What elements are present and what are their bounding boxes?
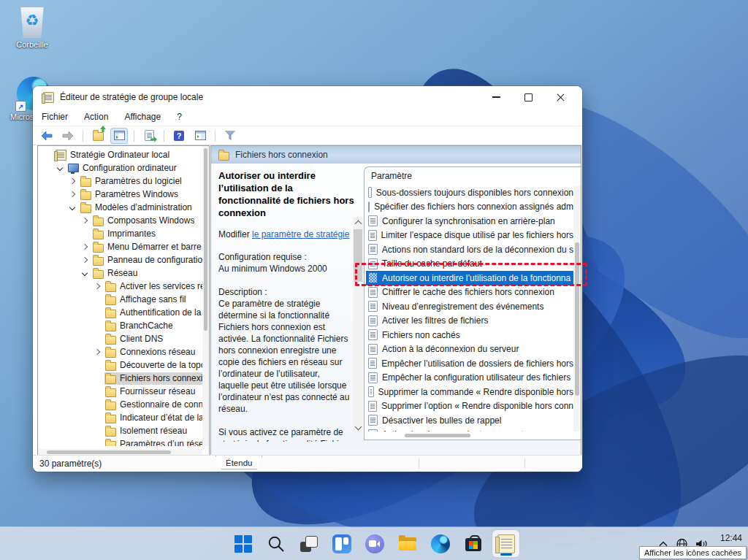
tree-item[interactable]: Configuration ordinateur bbox=[38, 161, 202, 174]
tree-item[interactable]: Gestionnaire de connexions bbox=[38, 398, 202, 411]
tree-item[interactable]: Fichiers hors connexion bbox=[38, 372, 202, 385]
taskbar-button-task-view[interactable] bbox=[295, 530, 322, 557]
taskbar-button-store[interactable] bbox=[459, 530, 486, 557]
setting-page-icon bbox=[368, 202, 370, 212]
forward-button[interactable] bbox=[60, 129, 76, 143]
setting-page-icon bbox=[368, 215, 378, 226]
setting-row[interactable]: Empêcher l’utilisation de dossiers de fi… bbox=[366, 356, 573, 371]
tree-item[interactable]: Panneau de configuration bbox=[38, 253, 202, 266]
tree-hscrollbar-thumb[interactable] bbox=[47, 450, 171, 454]
expander-closed-icon[interactable] bbox=[69, 178, 75, 184]
list-hscrollbar-thumb[interactable] bbox=[405, 434, 470, 437]
policy-setting-link[interactable]: le paramètre de stratégie bbox=[252, 229, 349, 239]
tree-item[interactable]: Fournisseur réseau bbox=[38, 385, 202, 398]
expander-open-icon[interactable] bbox=[82, 270, 88, 276]
setting-row[interactable]: Configurer la synchronisation en arrière… bbox=[366, 214, 573, 229]
desktop-icon-recycle-bin[interactable]: Corbeille bbox=[9, 7, 56, 49]
setting-row[interactable]: Niveau d’enregistrement des événements bbox=[366, 299, 573, 314]
list-horizontal-scrollbar[interactable] bbox=[366, 432, 573, 439]
column-header[interactable]: Paramètre bbox=[365, 167, 581, 185]
close-button[interactable] bbox=[544, 87, 576, 107]
expander-closed-icon[interactable] bbox=[82, 244, 88, 250]
tree-item[interactable]: Menu Démarrer et barre des tâches bbox=[38, 240, 202, 253]
menu-item-3[interactable]: ? bbox=[177, 112, 182, 122]
up-one-level-button[interactable] bbox=[90, 129, 106, 143]
export-list-button[interactable] bbox=[141, 129, 157, 143]
folder-icon bbox=[105, 428, 116, 437]
tree-item-label: BranchCache bbox=[120, 321, 173, 331]
setting-row[interactable]: Activer la mise en cache transparente bbox=[366, 428, 573, 432]
tree-item[interactable]: Activer les services réseau bbox=[38, 280, 202, 293]
help-pane-scrollbar[interactable] bbox=[353, 217, 363, 433]
console-tree: Stratégie Ordinateur localConfiguration … bbox=[38, 148, 202, 446]
taskbar-button-search[interactable] bbox=[262, 530, 289, 557]
clock[interactable]: 12:44 bbox=[720, 534, 742, 543]
setting-row[interactable]: Fichiers non cachés bbox=[366, 328, 573, 342]
setting-row[interactable]: Spécifier des fichiers hors connexion as… bbox=[366, 200, 573, 215]
search-icon bbox=[267, 534, 286, 553]
setting-row[interactable]: Supprimer l’option « Rendre disponible h… bbox=[366, 399, 573, 414]
setting-row[interactable]: Activer les filtres de fichiers bbox=[366, 314, 573, 329]
tree-item[interactable]: Imprimantes bbox=[38, 227, 202, 240]
tree-item[interactable]: Paramètres Windows bbox=[38, 188, 202, 201]
taskbar-button-chat[interactable] bbox=[361, 530, 388, 557]
tab-etendu[interactable]: Étendu bbox=[215, 456, 262, 469]
expander-closed-icon[interactable] bbox=[94, 349, 100, 355]
show-console-tree-button[interactable] bbox=[111, 129, 127, 143]
taskbar-button-widgets[interactable] bbox=[328, 530, 355, 557]
setting-page-icon bbox=[368, 329, 378, 340]
setting-row[interactable]: Supprimer la commande « Rendre disponibl… bbox=[366, 385, 573, 399]
tree-item[interactable]: Indicateur d’état de la connectivité bbox=[38, 411, 202, 424]
tree-item[interactable]: Client DNS bbox=[38, 332, 202, 345]
status-bar: 30 paramètre(s) bbox=[33, 455, 582, 472]
expander-closed-icon[interactable] bbox=[94, 283, 100, 289]
list-vertical-scrollbar[interactable] bbox=[573, 185, 581, 431]
setting-row[interactable]: Limiter l’espace disque utilisé par les … bbox=[366, 229, 573, 243]
expander-closed-icon[interactable] bbox=[69, 191, 75, 197]
back-button[interactable] bbox=[39, 129, 55, 143]
tree-item-label: Panneau de configuration bbox=[107, 255, 202, 265]
taskbar-button-start[interactable] bbox=[229, 530, 256, 557]
tree-item[interactable]: Réseau bbox=[38, 266, 202, 280]
tree-item[interactable]: Paramètres du logiciel bbox=[38, 174, 202, 188]
setting-row[interactable]: Désactiver les bulles de rappel bbox=[366, 413, 573, 428]
tree-item[interactable]: Affichage sans fil bbox=[38, 293, 202, 306]
setting-row[interactable]: Actions non standard lors de la déconnex… bbox=[366, 242, 573, 257]
expander-closed-icon[interactable] bbox=[82, 257, 88, 263]
tree-item[interactable]: Paramètres d’un réseau bbox=[38, 437, 202, 446]
tree-item[interactable]: Modèles d’administration bbox=[38, 201, 202, 214]
help-button[interactable]: ? bbox=[171, 129, 187, 143]
tree-vertical-scrollbar[interactable] bbox=[202, 146, 209, 446]
setting-row[interactable]: Chiffrer le cache des fichiers hors conn… bbox=[366, 285, 573, 300]
setting-row[interactable]: Action à la déconnexion du serveur bbox=[366, 342, 573, 357]
maximize-button[interactable] bbox=[512, 87, 544, 107]
expander-open-icon[interactable] bbox=[69, 204, 75, 210]
folder-icon bbox=[93, 270, 104, 279]
tree-item[interactable]: BranchCache bbox=[38, 319, 202, 332]
scroll-down-icon[interactable] bbox=[353, 422, 363, 433]
tree-item[interactable]: Composants Windows bbox=[38, 214, 202, 227]
scroll-up-icon[interactable] bbox=[353, 217, 363, 228]
taskbar-button-file-explorer[interactable] bbox=[394, 530, 421, 557]
menu-item-0[interactable]: Fichier bbox=[42, 112, 68, 122]
expander-closed-icon[interactable] bbox=[82, 218, 88, 223]
tree-item[interactable]: Isolement réseau bbox=[38, 424, 202, 437]
tree-item[interactable]: Découverte de la topologie bbox=[38, 358, 202, 372]
show-preview-pane-button[interactable] bbox=[192, 129, 208, 143]
taskbar-button-gpedit[interactable] bbox=[492, 530, 519, 557]
setting-row[interactable]: Empêcher la configuration utilisateur de… bbox=[366, 371, 573, 386]
tree-scrollbar-thumb[interactable] bbox=[204, 148, 207, 331]
tree-item-label: Imprimantes bbox=[107, 229, 156, 239]
menu-item-2[interactable]: Affichage bbox=[124, 112, 161, 122]
expander-open-icon[interactable] bbox=[57, 165, 63, 171]
setting-row[interactable]: Sous-dossiers toujours disponibles hors … bbox=[366, 185, 573, 200]
minimize-button[interactable] bbox=[480, 87, 512, 107]
taskbar-button-edge[interactable] bbox=[427, 530, 454, 557]
tree-item[interactable]: Authentification de la connexion bbox=[38, 306, 202, 319]
tree-item[interactable]: Stratégie Ordinateur local bbox=[38, 148, 202, 161]
setting-label: Désactiver les bulles de rappel bbox=[382, 415, 501, 426]
menu-item-1[interactable]: Action bbox=[84, 112, 108, 122]
filter-button[interactable] bbox=[222, 129, 238, 143]
tree-item[interactable]: Connexions réseau bbox=[38, 345, 202, 358]
title-bar[interactable]: Éditeur de stratégie de groupe locale bbox=[33, 86, 582, 108]
